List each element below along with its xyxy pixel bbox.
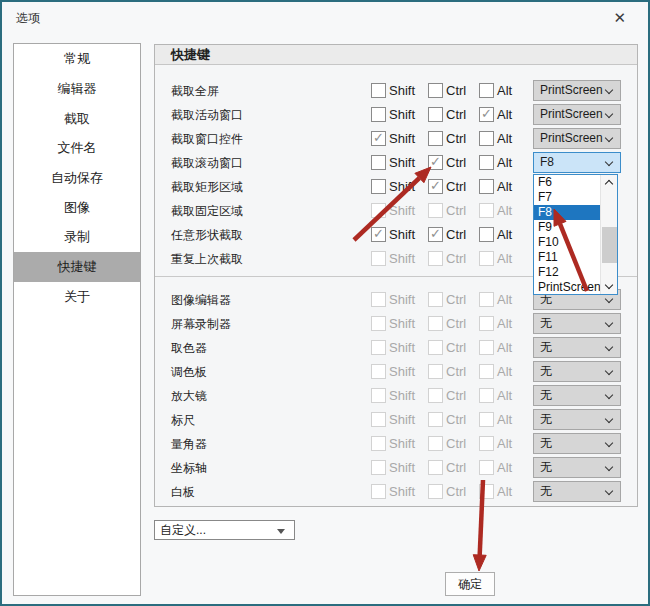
hotkey-combobox-value: F8 [540,155,554,169]
hotkey-row: 截取活动窗口ShiftCtrl✓AltPrintScreen [155,104,637,126]
hotkey-combobox[interactable]: 无 [533,409,621,430]
shift-checkbox[interactable] [371,412,386,427]
check-icon: ✓ [481,106,492,121]
scrollbar-thumb[interactable] [602,227,617,263]
ctrl-checkbox[interactable] [428,251,443,266]
hotkey-combobox[interactable]: 无 [533,361,621,382]
ctrl-checkbox[interactable] [428,316,443,331]
ctrl-checkbox[interactable]: ✓ [428,179,443,194]
check-icon: ✓ [373,130,384,145]
sidebar-item-2[interactable]: 截取 [14,104,140,134]
ctrl-checkbox[interactable] [428,460,443,475]
ctrl-checkbox[interactable] [428,436,443,451]
alt-checkbox[interactable] [479,83,494,98]
alt-checkbox[interactable] [479,155,494,170]
shift-label: Shift [389,179,415,194]
shift-label: Shift [389,107,415,122]
alt-checkbox[interactable] [479,412,494,427]
hotkey-combobox[interactable]: PrintScreen [533,80,621,101]
shift-checkbox[interactable] [371,251,386,266]
alt-label: Alt [497,179,512,194]
alt-checkbox[interactable] [479,292,494,307]
ctrl-label: Ctrl [446,364,466,379]
hotkey-combobox[interactable]: 无 [533,481,621,502]
alt-checkbox[interactable] [479,460,494,475]
hotkey-combobox[interactable]: 无 [533,337,621,358]
sidebar-item-8[interactable]: 关于 [14,282,140,312]
sidebar-item-5[interactable]: 图像 [14,193,140,223]
alt-label: Alt [497,83,512,98]
shift-checkbox[interactable] [371,155,386,170]
ctrl-checkbox[interactable] [428,340,443,355]
sidebar-item-6[interactable]: 录制 [14,222,140,252]
shift-label: Shift [389,484,415,499]
ctrl-label: Ctrl [446,460,466,475]
alt-label: Alt [497,251,512,266]
shift-checkbox[interactable] [371,340,386,355]
alt-checkbox[interactable] [479,203,494,218]
hotkey-combobox[interactable]: PrintScreen [533,104,621,125]
alt-checkbox[interactable] [479,179,494,194]
alt-checkbox[interactable] [479,436,494,451]
ctrl-checkbox[interactable] [428,203,443,218]
hotkey-row-label: 白板 [171,484,195,501]
close-icon[interactable]: ✕ [607,7,632,29]
ctrl-checkbox[interactable] [428,107,443,122]
ctrl-label: Ctrl [446,388,466,403]
shift-checkbox[interactable]: ✓ [371,131,386,146]
sidebar-item-4[interactable]: 自动保存 [14,163,140,193]
shift-checkbox[interactable] [371,364,386,379]
ctrl-checkbox[interactable] [428,388,443,403]
ctrl-checkbox[interactable] [428,292,443,307]
shift-checkbox[interactable] [371,292,386,307]
shift-checkbox[interactable] [371,484,386,499]
alt-checkbox[interactable]: ✓ [479,107,494,122]
alt-label: Alt [497,388,512,403]
sidebar-item-0[interactable]: 常规 [14,44,140,74]
ok-button[interactable]: 确定 [445,572,495,596]
ctrl-checkbox[interactable]: ✓ [428,227,443,242]
chevron-down-icon [605,158,613,166]
shift-checkbox[interactable] [371,203,386,218]
alt-checkbox[interactable] [479,131,494,146]
ctrl-checkbox[interactable] [428,131,443,146]
hotkey-row-label: 放大镜 [171,388,207,405]
panel-title: 快捷键 [155,45,637,65]
alt-checkbox[interactable] [479,484,494,499]
alt-checkbox[interactable] [479,388,494,403]
hotkey-combobox[interactable]: 无 [533,457,621,478]
shift-checkbox[interactable] [371,83,386,98]
shift-checkbox[interactable] [371,107,386,122]
shift-checkbox[interactable]: ✓ [371,227,386,242]
ctrl-checkbox[interactable] [428,83,443,98]
sidebar-item-7[interactable]: 快捷键 [14,252,140,282]
hotkey-combobox[interactable]: F8 [533,152,621,173]
alt-checkbox[interactable] [479,316,494,331]
scroll-down-icon[interactable] [601,279,618,294]
ctrl-checkbox[interactable] [428,484,443,499]
shift-checkbox[interactable] [371,388,386,403]
alt-checkbox[interactable] [479,251,494,266]
ctrl-checkbox[interactable] [428,364,443,379]
ctrl-checkbox[interactable] [428,412,443,427]
alt-label: Alt [497,131,512,146]
alt-checkbox[interactable] [479,227,494,242]
shift-label: Shift [389,227,415,242]
custom-combobox[interactable]: 自定义... [154,520,295,540]
ctrl-label: Ctrl [446,340,466,355]
hotkey-combobox[interactable]: 无 [533,433,621,454]
scroll-up-icon[interactable] [601,175,618,190]
sidebar-item-1[interactable]: 编辑器 [14,74,140,104]
hotkey-combobox[interactable]: PrintScreen [533,128,621,149]
shift-checkbox[interactable] [371,460,386,475]
alt-checkbox[interactable] [479,340,494,355]
shift-checkbox[interactable] [371,179,386,194]
alt-checkbox[interactable] [479,364,494,379]
dropdown-scrollbar[interactable] [600,175,617,294]
shift-checkbox[interactable] [371,436,386,451]
hotkey-combobox[interactable]: 无 [533,385,621,406]
sidebar-item-3[interactable]: 文件名 [14,133,140,163]
ctrl-checkbox[interactable]: ✓ [428,155,443,170]
hotkey-combobox[interactable]: 无 [533,313,621,334]
shift-checkbox[interactable] [371,316,386,331]
